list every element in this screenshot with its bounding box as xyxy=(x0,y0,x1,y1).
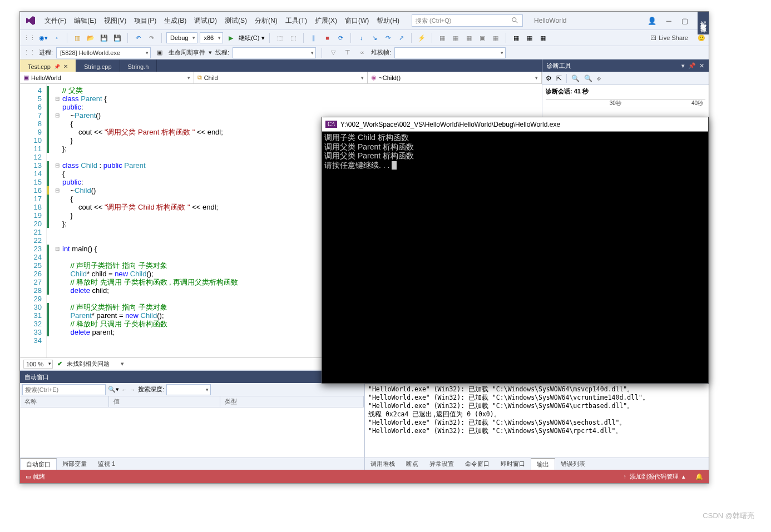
open-icon[interactable]: 📂 xyxy=(85,32,96,43)
menu-item[interactable]: 帮助(H) xyxy=(373,14,403,28)
tool-icon[interactable]: ⚡ xyxy=(416,32,427,43)
gear-icon[interactable]: ⚙ xyxy=(546,74,552,82)
menu-item[interactable]: 文件(F) xyxy=(41,14,70,28)
step-into-icon[interactable]: ↘ xyxy=(369,32,380,43)
step-out-icon[interactable]: ↗ xyxy=(396,32,407,43)
tool-icon[interactable]: ▽ xyxy=(328,47,339,58)
redo-icon[interactable]: ↷ xyxy=(146,32,157,43)
tool-icon[interactable]: ⬚ xyxy=(274,32,285,43)
tool-icon[interactable]: ▦ xyxy=(450,32,461,43)
output-body[interactable]: "HelloWorld.exe" (Win32): 已加载 "C:\Window… xyxy=(365,384,709,458)
ok-icon: ✔ xyxy=(57,360,62,367)
file-tab[interactable]: String.cpp xyxy=(76,59,120,72)
live-share[interactable]: ⮹ Live Share 🙂 xyxy=(650,34,705,42)
continue-button[interactable]: ▶ xyxy=(225,32,236,43)
tool-icon[interactable]: ⊤ xyxy=(342,47,353,58)
stackframe-dropdown[interactable] xyxy=(394,47,506,58)
close-icon[interactable]: ✕ xyxy=(699,62,704,69)
zoom-dropdown[interactable]: 100 % xyxy=(23,360,53,369)
process-dropdown[interactable]: [5828] HelloWorld.exe xyxy=(56,47,151,58)
save-all-icon[interactable]: 💾 xyxy=(112,32,123,43)
pin-icon[interactable]: 📌 xyxy=(688,62,696,69)
lifecycle-icon[interactable]: ▣ xyxy=(154,47,165,58)
continue-label[interactable]: 继续(C) xyxy=(239,34,259,42)
bottom-tab[interactable]: 自动窗口 xyxy=(20,458,57,470)
bottom-tab[interactable]: 输出 xyxy=(531,458,555,470)
stop-icon[interactable]: ■ xyxy=(322,32,333,43)
nav-class[interactable]: ⧉Child xyxy=(194,72,368,83)
step-icon[interactable]: ↓ xyxy=(355,32,367,43)
tool-icon[interactable]: ▣ xyxy=(477,32,488,43)
zoom-out-icon[interactable]: 🔍 xyxy=(584,74,592,82)
nav-scope[interactable]: ▣HelloWorld xyxy=(20,72,194,83)
search-box[interactable]: 搜索 (Ctrl+Q) xyxy=(412,14,523,27)
maximize-button[interactable]: ▢ xyxy=(681,17,688,25)
output-window: 显示输出来源(S): 调试 ≣ ≣ ≣ ✕ ▦ "HelloWorld.exe"… xyxy=(364,371,709,470)
menu-item[interactable]: 窗口(W) xyxy=(342,14,372,28)
console-window[interactable]: C:\ Y:\002_WorkSpace\002_VS\HelloWorld\H… xyxy=(322,117,709,384)
tool-icon[interactable]: ▦ xyxy=(490,32,501,43)
tool-icon[interactable]: ⬚ xyxy=(288,32,299,43)
bottom-tab[interactable]: 即时窗口 xyxy=(495,458,531,470)
menu-item[interactable]: 分析(N) xyxy=(251,14,281,28)
search-icon[interactable]: 🔍▾ xyxy=(108,386,119,393)
auto-list[interactable] xyxy=(20,407,364,458)
menu-item[interactable]: 测试(S) xyxy=(221,14,250,28)
tool-icon[interactable]: ▦ xyxy=(437,32,448,43)
bottom-tab[interactable]: 错误列表 xyxy=(555,458,591,470)
zoom-in-icon[interactable]: 🔍 xyxy=(571,74,580,82)
menu-item[interactable]: 扩展(X) xyxy=(312,14,340,28)
auto-search-input[interactable] xyxy=(22,384,106,395)
pause-icon[interactable]: ∥ xyxy=(308,32,319,43)
bottom-tab[interactable]: 局部变量 xyxy=(57,458,92,470)
thread-dropdown[interactable] xyxy=(233,47,316,58)
minimize-button[interactable]: ─ xyxy=(666,17,671,25)
up-icon: ↑ xyxy=(623,473,626,480)
bottom-tab[interactable]: 断点 xyxy=(401,458,424,470)
tool-icon[interactable]: ▦ xyxy=(463,32,475,43)
file-tabs: Test.cpp 📌 ✕String.cppString.h xyxy=(20,59,542,72)
zoom-reset-icon[interactable]: ⟐ xyxy=(597,74,601,82)
new-project-icon[interactable]: ▥ xyxy=(72,32,83,43)
depth-dropdown[interactable] xyxy=(166,384,211,395)
solution-title: HelloWorld xyxy=(534,17,566,24)
save-icon[interactable]: 💾 xyxy=(98,32,110,43)
platform-dropdown[interactable]: x86 xyxy=(200,32,223,43)
menu-item[interactable]: 编辑(E) xyxy=(71,14,100,28)
feedback-icon[interactable]: 🙂 xyxy=(698,34,705,42)
tool-icon[interactable]: ∝ xyxy=(357,47,368,58)
bottom-tab[interactable]: 调用堆栈 xyxy=(365,458,401,470)
menu-item[interactable]: 视图(V) xyxy=(101,14,130,28)
tool-icon[interactable]: ▦ xyxy=(511,32,522,43)
titlebar: 文件(F)编辑(E)视图(V)项目(P)生成(B)调试(D)测试(S)分析(N)… xyxy=(20,12,709,29)
user-icon[interactable]: 👤 xyxy=(648,17,656,25)
file-tab[interactable]: Test.cpp 📌 ✕ xyxy=(20,59,76,72)
fwd-icon[interactable]: → xyxy=(130,386,136,393)
liveshare-icon: ⮹ xyxy=(650,34,656,41)
menu-item[interactable]: 项目(P) xyxy=(131,14,160,28)
search-icon xyxy=(511,17,519,24)
restart-icon[interactable]: ⟳ xyxy=(335,32,346,43)
bell-icon[interactable]: 🔔 xyxy=(695,473,703,480)
src-ctrl-label[interactable]: 添加到源代码管理 xyxy=(630,473,679,481)
bottom-tab[interactable]: 命令窗口 xyxy=(459,458,495,470)
nav-back-icon[interactable]: ◉▾ xyxy=(38,32,49,43)
undo-icon[interactable]: ↶ xyxy=(132,32,144,43)
nav-member[interactable]: ◉~Child() xyxy=(368,72,542,83)
menu-item[interactable]: 工具(T) xyxy=(282,14,310,28)
file-tab[interactable]: String.h xyxy=(120,59,157,72)
bottom-tab[interactable]: 监视 1 xyxy=(92,458,121,470)
dropdown-icon[interactable]: ▾ xyxy=(681,62,685,69)
menu-item[interactable]: 生成(B) xyxy=(161,14,190,28)
tool-icon[interactable]: ▦ xyxy=(524,32,535,43)
config-dropdown[interactable]: Debug xyxy=(166,32,197,43)
back-icon[interactable]: ← xyxy=(121,386,127,393)
share-icon[interactable]: ⇱ xyxy=(556,74,562,82)
stackframe-label: 堆栈帧: xyxy=(371,48,391,57)
bottom-tab[interactable]: 异常设置 xyxy=(424,458,459,470)
console-body: 调用子类 Child 析构函数 调用父类 Parent 析构函数 调用父类 Pa… xyxy=(322,132,708,383)
menu-item[interactable]: 调试(D) xyxy=(191,14,220,28)
tool-icon[interactable]: ▦ xyxy=(537,32,548,43)
nav-fwd-icon[interactable]: ◦ xyxy=(51,32,62,43)
step-over-icon[interactable]: ↷ xyxy=(382,32,393,43)
